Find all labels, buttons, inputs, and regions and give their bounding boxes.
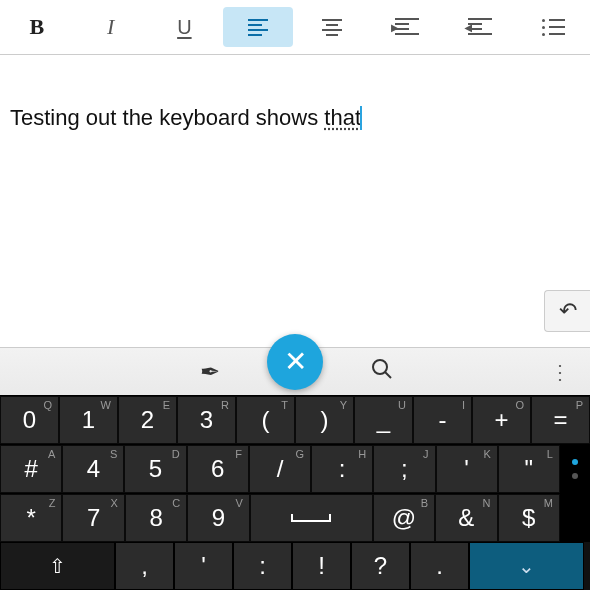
key-lparen[interactable]: (T <box>236 396 295 444</box>
key-equals[interactable]: =P <box>531 396 590 444</box>
bold-button[interactable]: B <box>2 7 72 47</box>
more-options-icon[interactable]: ⋮ <box>550 360 570 384</box>
key-hash[interactable]: #A <box>0 445 62 493</box>
key-exclaim[interactable]: ! <box>292 542 351 590</box>
key-semicolon[interactable]: ;J <box>373 445 435 493</box>
svg-line-1 <box>385 372 391 378</box>
key-quote[interactable]: "L <box>498 445 560 493</box>
key-period[interactable]: . <box>410 542 469 590</box>
key-4[interactable]: 4S <box>62 445 124 493</box>
key-underscore[interactable]: _U <box>354 396 413 444</box>
key-at[interactable]: @B <box>373 494 435 542</box>
italic-label: I <box>107 14 114 40</box>
key-7[interactable]: 7X <box>62 494 124 542</box>
hide-keyboard-key[interactable]: ⌄ <box>469 542 584 590</box>
key-8[interactable]: 8C <box>125 494 187 542</box>
key-ampersand[interactable]: &N <box>435 494 497 542</box>
key-dollar[interactable]: $M <box>498 494 560 542</box>
key-apostrophe[interactable]: 'K <box>436 445 498 493</box>
key-colon-bottom[interactable]: : <box>233 542 292 590</box>
underline-label: U <box>177 16 191 39</box>
text-cursor <box>360 106 362 130</box>
align-left-button[interactable] <box>223 7 293 47</box>
key-slash[interactable]: /G <box>249 445 311 493</box>
bullet-list-button[interactable] <box>518 7 588 47</box>
indent-decrease-button[interactable]: ▶ <box>444 7 514 47</box>
shift-icon: ⇧ <box>49 554 66 578</box>
key-1[interactable]: 1W <box>59 396 118 444</box>
key-5[interactable]: 5D <box>124 445 186 493</box>
editor-suggestion-word[interactable]: that <box>324 105 361 130</box>
keyboard-row-3: *Z 7X 8C 9V @B &N $M <box>0 493 590 542</box>
indent-increase-button[interactable]: ▶ <box>371 7 441 47</box>
keyboard-page-indicator-2 <box>560 494 590 542</box>
pen-icon[interactable]: ✒ <box>200 358 220 386</box>
indent-increase-icon: ▶ <box>393 18 419 36</box>
undo-icon: ↶ <box>559 298 577 324</box>
key-comma[interactable]: , <box>115 542 174 590</box>
format-toolbar: B I U ▶ ▶ <box>0 0 590 55</box>
key-2[interactable]: 2E <box>118 396 177 444</box>
key-colon[interactable]: :H <box>311 445 373 493</box>
indent-decrease-icon: ▶ <box>466 18 492 36</box>
search-icon[interactable] <box>370 357 394 387</box>
key-apostrophe-bottom[interactable]: ' <box>174 542 233 590</box>
key-6[interactable]: 6F <box>187 445 249 493</box>
chevron-down-icon: ⌄ <box>518 554 535 578</box>
align-center-icon <box>322 19 342 36</box>
bold-label: B <box>30 14 45 40</box>
editor-text: Testing out the keyboard shows <box>10 105 324 130</box>
close-button[interactable]: ✕ <box>267 334 323 390</box>
key-plus[interactable]: +O <box>472 396 531 444</box>
bullet-list-icon <box>542 19 565 36</box>
align-center-button[interactable] <box>297 7 367 47</box>
underline-button[interactable]: U <box>149 7 219 47</box>
editor-area[interactable]: Testing out the keyboard shows that ↶ <box>0 55 590 347</box>
keyboard-bottom-row: ⇧ , ' : ! ? . ⌄ <box>0 542 590 590</box>
key-hyphen[interactable]: -I <box>413 396 472 444</box>
undo-button[interactable]: ↶ <box>544 290 590 332</box>
keyboard-row-1: 0Q 1W 2E 3R (T )Y _U -I +O =P <box>0 395 590 444</box>
key-rparen[interactable]: )Y <box>295 396 354 444</box>
key-question[interactable]: ? <box>351 542 410 590</box>
symbol-keyboard: 0Q 1W 2E 3R (T )Y _U -I +O =P #A 4S 5D 6… <box>0 395 590 590</box>
key-asterisk[interactable]: *Z <box>0 494 62 542</box>
italic-button[interactable]: I <box>76 7 146 47</box>
keyboard-row-2: #A 4S 5D 6F /G :H ;J 'K "L <box>0 444 590 493</box>
keyboard-toolbar: ✒ ✕ ⋮ <box>0 347 590 395</box>
key-space[interactable] <box>250 494 373 542</box>
key-3[interactable]: 3R <box>177 396 236 444</box>
close-icon: ✕ <box>284 345 307 378</box>
svg-point-0 <box>373 360 387 374</box>
keyboard-page-indicator[interactable] <box>560 445 590 493</box>
key-9[interactable]: 9V <box>187 494 249 542</box>
key-0[interactable]: 0Q <box>0 396 59 444</box>
shift-key[interactable]: ⇧ <box>0 542 115 590</box>
align-left-icon <box>248 19 268 36</box>
